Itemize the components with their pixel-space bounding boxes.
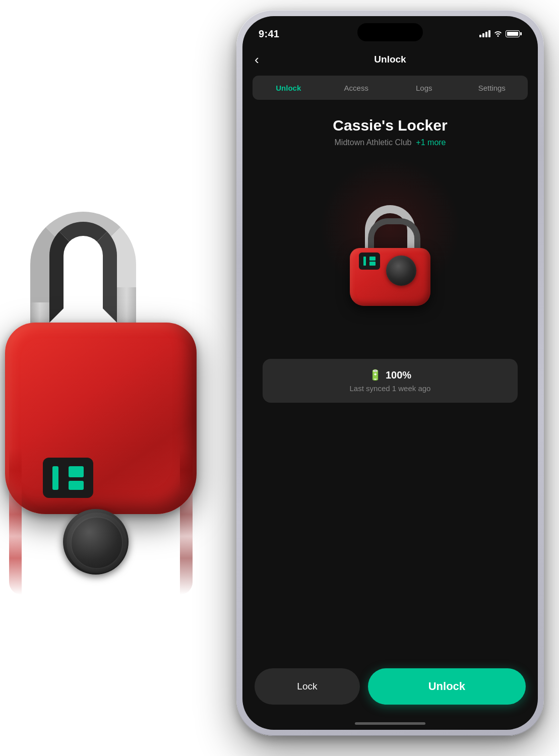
mini-logo bbox=[359, 253, 380, 270]
padlock-logo bbox=[43, 458, 93, 498]
home-indicator bbox=[355, 722, 425, 725]
battery-percent: 100% bbox=[386, 369, 411, 381]
mini-fingerprint-sensor bbox=[386, 256, 416, 286]
lock-button[interactable]: Lock bbox=[255, 668, 360, 705]
physical-padlock bbox=[0, 212, 212, 615]
mini-padlock bbox=[350, 205, 430, 306]
sync-time: 1 week ago bbox=[392, 384, 431, 393]
tab-logs[interactable]: Logs bbox=[390, 78, 458, 98]
signal-icon bbox=[479, 30, 490, 37]
lock-name-section: Cassie's Locker Midtown Athletic Club +1… bbox=[242, 117, 538, 147]
wifi-icon bbox=[493, 30, 503, 38]
tab-settings[interactable]: Settings bbox=[458, 78, 526, 98]
status-icons bbox=[479, 30, 522, 38]
sync-info: Last synced 1 week ago bbox=[275, 384, 506, 393]
status-time: 9:41 bbox=[259, 28, 279, 40]
dynamic-island bbox=[357, 23, 423, 41]
action-buttons: Lock Unlock bbox=[255, 668, 526, 705]
battery-icon bbox=[506, 30, 522, 37]
lock-location: Midtown Athletic Club +1 more bbox=[242, 138, 538, 147]
nav-title: Unlock bbox=[242, 45, 538, 74]
status-card: 🔋 100% Last synced 1 week ago bbox=[263, 359, 518, 403]
phone-screen: 9:41 bbox=[242, 16, 538, 730]
tab-access[interactable]: Access bbox=[323, 78, 391, 98]
unlock-button[interactable]: Unlock bbox=[368, 668, 526, 705]
lock-name: Cassie's Locker bbox=[242, 117, 538, 134]
padlock-body bbox=[5, 323, 197, 514]
padlock-fingerprint-sensor bbox=[63, 509, 129, 575]
tab-bar: Unlock Access Logs Settings bbox=[253, 76, 528, 100]
back-button[interactable]: ‹ bbox=[255, 45, 259, 74]
phone: 9:41 bbox=[236, 10, 544, 736]
lock-image-area bbox=[315, 167, 466, 344]
location-extra: +1 more bbox=[416, 138, 446, 147]
tab-unlock[interactable]: Unlock bbox=[255, 78, 323, 98]
battery-status-icon: 🔋 bbox=[369, 369, 382, 381]
